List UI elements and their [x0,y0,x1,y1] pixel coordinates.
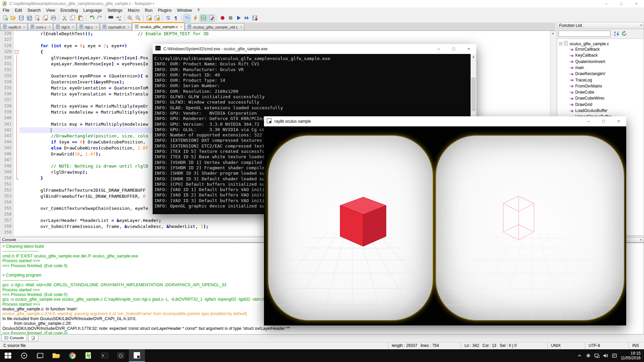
show-desktop-button[interactable] [642,349,644,362]
fold-margin[interactable] [14,121,19,127]
sync-horizontal-icon[interactable] [153,14,161,22]
undo-icon[interactable] [88,14,95,22]
menu-item-macro[interactable]: Macro [125,7,142,13]
find-icon[interactable] [107,14,114,22]
fold-margin[interactable] [14,49,19,55]
function-search-input[interactable] [558,31,610,37]
fold-margin[interactable] [14,37,19,43]
action-center-icon[interactable] [610,349,619,362]
save-icon[interactable] [17,14,25,22]
close-file-icon[interactable] [34,14,41,22]
function-item-main[interactable]: ≡◆main [569,65,584,70]
fold-margin[interactable] [14,43,19,49]
fold-margin[interactable] [14,230,19,236]
doc-switcher-icon[interactable] [208,14,215,22]
fold-margin[interactable] [14,163,19,169]
close-icon[interactable]: × [640,238,642,242]
fold-margin[interactable] [14,175,19,181]
function-item-TraceLog[interactable]: ≡◆TraceLog [569,78,592,82]
hardware-icon[interactable] [584,349,593,362]
tab-close-icon[interactable]: × [95,25,97,29]
notepadpp-icon[interactable] [80,349,97,362]
minimize-button[interactable]: – [599,0,614,7]
stop-macro-icon[interactable] [227,14,234,22]
run-macro-multi-icon[interactable] [243,14,250,22]
function-item-DrawCube[interactable]: ≡◆DrawCube [569,90,594,95]
task-view-icon[interactable] [32,349,48,362]
word-wrap-icon[interactable] [164,14,172,22]
tab-close-icon[interactable]: × [180,25,182,29]
sort-az-icon[interactable]: AZ [613,30,621,37]
fold-margin[interactable] [14,133,19,139]
fold-margin[interactable] [14,127,19,133]
search-icon[interactable] [16,349,32,362]
new-file-icon[interactable] [1,14,9,22]
dark-app-icon[interactable] [113,349,129,362]
fold-margin[interactable] [14,181,19,187]
play-macro-icon[interactable] [235,14,242,22]
function-item-QuaternionInvert[interactable]: ≡◆QuaternionInvert [569,59,605,64]
tab-close-icon[interactable]: × [127,25,129,29]
tab-close-icon[interactable]: × [49,25,51,29]
chevron-up-icon[interactable] [575,349,584,362]
scrollbar-thumb[interactable] [471,77,476,111]
show-all-chars-icon[interactable]: ¶ [172,14,180,22]
function-item-LoadOculusBuffer[interactable]: ≡◆LoadOculusBuffer [569,108,607,113]
tab-oculus_glfw_sample.c[interactable]: oculus_glfw_sample.c× [132,22,184,31]
menu-item-settings[interactable]: Settings [105,7,125,13]
function-completion-icon[interactable] [192,14,199,22]
fold-margin[interactable] [14,115,19,121]
fold-margin[interactable] [14,73,19,79]
fold-margin[interactable] [14,145,19,151]
menu-item-window[interactable]: Window [174,7,195,13]
fold-margin[interactable] [14,31,19,37]
document-map-icon[interactable] [200,14,207,22]
tab-oculus_glfw_sample_old.c[interactable]: oculus_glfw_sample_old.c× [185,23,245,31]
fold-margin[interactable] [14,85,19,91]
open-file-icon[interactable] [9,14,17,22]
function-item-KeyCallback[interactable]: ≡◆KeyCallback [569,53,598,58]
taskbar-clock[interactable]: 19:15 11/05/2016 [621,351,641,360]
raylib-app-icon[interactable] [129,349,145,362]
indent-guide-icon[interactable] [183,14,191,22]
reload-icon[interactable] [621,30,628,37]
redo-icon[interactable] [96,14,103,22]
save-macro-icon[interactable] [251,14,258,22]
tab-raylib.h[interactable]: raylib.h× [0,23,28,31]
fold-margin[interactable] [14,91,19,97]
tab-close-icon[interactable]: × [23,25,25,29]
collapse-icon[interactable] [559,42,562,45]
fold-margin[interactable] [14,97,19,103]
tab-rlgl.c[interactable]: rlgl.c× [77,23,100,31]
minimize-button[interactable]: – [581,116,596,126]
file-explorer-icon[interactable] [48,349,64,362]
fold-margin[interactable] [14,103,19,109]
menu-item-run[interactable]: Run [142,7,155,13]
fold-margin[interactable] [14,109,19,115]
function-item-ErrorCallback[interactable]: ≡◆ErrorCallback [569,47,600,52]
menu-item-view[interactable]: View [43,7,58,13]
start-button-icon[interactable] [0,349,16,362]
copy-icon[interactable] [69,14,76,22]
menu-item-encoding[interactable]: Encoding [58,7,80,13]
close-all-icon[interactable] [42,14,49,22]
fold-margin[interactable] [14,224,19,230]
volume-icon[interactable] [601,349,610,362]
fold-margin[interactable] [14,67,19,73]
menu-item-plugins[interactable]: Plugins [155,7,174,13]
tab-raymath.h[interactable]: raymath.h× [100,23,132,31]
tab-rlgl.h[interactable]: rlgl.h× [53,23,76,31]
fold-margin[interactable] [14,193,19,199]
close-icon[interactable]: × [640,23,642,27]
zoom-out-icon[interactable] [134,14,142,22]
close-button[interactable]: × [461,44,476,54]
sync-vertical-icon[interactable] [145,14,153,22]
tab-doc-monitor[interactable] [28,335,38,341]
menu-item-search[interactable]: Search [25,7,44,13]
menu-item-language[interactable]: Language [80,7,105,13]
maximize-button[interactable]: □ [596,116,611,126]
fold-margin[interactable] [14,157,19,163]
cut-icon[interactable] [61,14,68,22]
minimize-button[interactable]: – [431,44,446,54]
network-icon[interactable] [593,349,601,362]
